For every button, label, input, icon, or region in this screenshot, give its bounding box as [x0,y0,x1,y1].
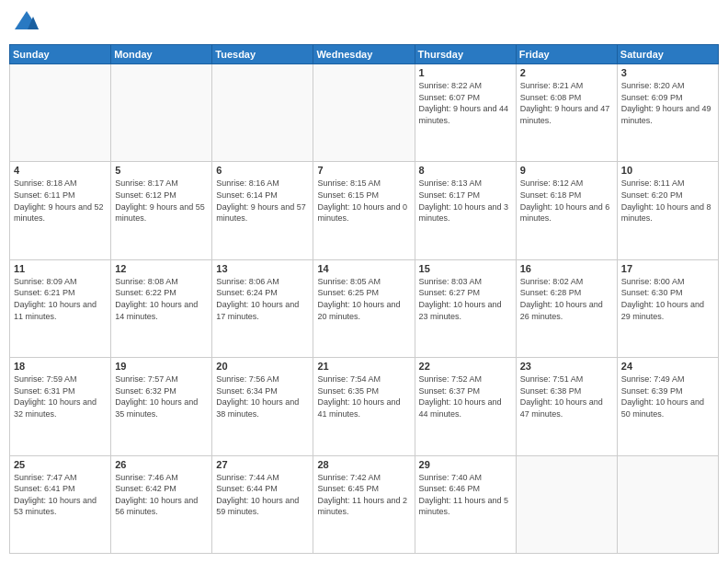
day-info: Sunrise: 8:08 AMSunset: 6:22 PMDaylight:… [115,276,208,322]
day-number: 3 [621,67,714,78]
calendar-cell: 21Sunrise: 7:54 AMSunset: 6:35 PMDayligh… [313,358,415,455]
day-info: Sunrise: 8:12 AMSunset: 6:18 PMDaylight:… [520,178,613,224]
calendar-week-3: 11Sunrise: 8:09 AMSunset: 6:21 PMDayligh… [10,259,719,357]
calendar-cell: 14Sunrise: 8:05 AMSunset: 6:25 PMDayligh… [313,259,415,357]
day-number: 17 [621,263,714,274]
calendar-header: SundayMondayTuesdayWednesdayThursdayFrid… [10,45,719,64]
calendar-cell: 19Sunrise: 7:57 AMSunset: 6:32 PMDayligh… [111,358,212,455]
day-info: Sunrise: 8:05 AMSunset: 6:25 PMDaylight:… [317,276,410,322]
calendar-cell: 8Sunrise: 8:13 AMSunset: 6:17 PMDaylight… [415,162,516,259]
calendar-cell: 18Sunrise: 7:59 AMSunset: 6:31 PMDayligh… [10,358,111,455]
weekday-tuesday: Tuesday [212,45,313,64]
calendar-cell: 23Sunrise: 7:51 AMSunset: 6:38 PMDayligh… [516,358,617,455]
calendar-cell: 10Sunrise: 8:11 AMSunset: 6:20 PMDayligh… [617,162,718,259]
day-number: 28 [317,459,410,470]
day-number: 6 [216,165,309,176]
logo [13,9,44,37]
page: SundayMondayTuesdayWednesdayThursdayFrid… [0,0,728,563]
day-number: 13 [216,263,309,274]
calendar-body: 1Sunrise: 8:22 AMSunset: 6:07 PMDaylight… [10,64,719,554]
calendar-cell: 25Sunrise: 7:47 AMSunset: 6:41 PMDayligh… [10,455,111,553]
calendar-cell [313,64,415,162]
day-info: Sunrise: 8:20 AMSunset: 6:09 PMDaylight:… [621,80,714,126]
calendar-cell: 2Sunrise: 8:21 AMSunset: 6:08 PMDaylight… [516,64,617,162]
day-number: 29 [419,459,512,470]
day-info: Sunrise: 7:52 AMSunset: 6:37 PMDaylight:… [419,373,512,419]
calendar-week-5: 25Sunrise: 7:47 AMSunset: 6:41 PMDayligh… [10,455,719,553]
day-number: 22 [419,361,512,372]
calendar-cell: 22Sunrise: 7:52 AMSunset: 6:37 PMDayligh… [415,358,516,455]
header [9,9,719,37]
calendar-cell: 29Sunrise: 7:40 AMSunset: 6:46 PMDayligh… [415,455,516,553]
day-number: 16 [520,263,613,274]
logo-icon [13,9,40,37]
day-number: 8 [419,165,512,176]
day-number: 2 [520,67,613,78]
day-number: 5 [115,165,208,176]
calendar-cell: 3Sunrise: 8:20 AMSunset: 6:09 PMDaylight… [617,64,718,162]
day-info: Sunrise: 8:17 AMSunset: 6:12 PMDaylight:… [115,178,208,224]
calendar-cell: 13Sunrise: 8:06 AMSunset: 6:24 PMDayligh… [212,259,313,357]
day-info: Sunrise: 8:16 AMSunset: 6:14 PMDaylight:… [216,178,309,224]
calendar-cell: 1Sunrise: 8:22 AMSunset: 6:07 PMDaylight… [415,64,516,162]
calendar-cell [617,455,718,553]
calendar-cell: 15Sunrise: 8:03 AMSunset: 6:27 PMDayligh… [415,259,516,357]
day-number: 12 [115,263,208,274]
calendar: SundayMondayTuesdayWednesdayThursdayFrid… [9,44,719,554]
calendar-cell: 20Sunrise: 7:56 AMSunset: 6:34 PMDayligh… [212,358,313,455]
calendar-cell: 7Sunrise: 8:15 AMSunset: 6:15 PMDaylight… [313,162,415,259]
day-info: Sunrise: 7:42 AMSunset: 6:45 PMDaylight:… [317,472,410,518]
day-info: Sunrise: 8:03 AMSunset: 6:27 PMDaylight:… [419,276,512,322]
day-number: 10 [621,165,714,176]
day-info: Sunrise: 7:40 AMSunset: 6:46 PMDaylight:… [419,472,512,518]
calendar-cell: 12Sunrise: 8:08 AMSunset: 6:22 PMDayligh… [111,259,212,357]
day-info: Sunrise: 7:51 AMSunset: 6:38 PMDaylight:… [520,373,613,419]
calendar-cell [10,64,111,162]
day-info: Sunrise: 8:06 AMSunset: 6:24 PMDaylight:… [216,276,309,322]
day-info: Sunrise: 8:09 AMSunset: 6:21 PMDaylight:… [14,276,107,322]
day-number: 18 [14,361,107,372]
calendar-cell [212,64,313,162]
day-info: Sunrise: 8:11 AMSunset: 6:20 PMDaylight:… [621,178,714,224]
calendar-cell: 9Sunrise: 8:12 AMSunset: 6:18 PMDaylight… [516,162,617,259]
day-info: Sunrise: 7:44 AMSunset: 6:44 PMDaylight:… [216,472,309,518]
calendar-cell: 11Sunrise: 8:09 AMSunset: 6:21 PMDayligh… [10,259,111,357]
day-info: Sunrise: 8:13 AMSunset: 6:17 PMDaylight:… [419,178,512,224]
day-info: Sunrise: 8:00 AMSunset: 6:30 PMDaylight:… [621,276,714,322]
calendar-week-2: 4Sunrise: 8:18 AMSunset: 6:11 PMDaylight… [10,162,719,259]
day-number: 24 [621,361,714,372]
weekday-sunday: Sunday [10,45,111,64]
day-number: 20 [216,361,309,372]
day-number: 26 [115,459,208,470]
calendar-cell: 24Sunrise: 7:49 AMSunset: 6:39 PMDayligh… [617,358,718,455]
day-info: Sunrise: 7:56 AMSunset: 6:34 PMDaylight:… [216,373,309,419]
day-number: 25 [14,459,107,470]
calendar-cell: 27Sunrise: 7:44 AMSunset: 6:44 PMDayligh… [212,455,313,553]
calendar-cell: 26Sunrise: 7:46 AMSunset: 6:42 PMDayligh… [111,455,212,553]
calendar-cell: 28Sunrise: 7:42 AMSunset: 6:45 PMDayligh… [313,455,415,553]
day-number: 9 [520,165,613,176]
day-info: Sunrise: 8:21 AMSunset: 6:08 PMDaylight:… [520,80,613,126]
day-number: 4 [14,165,107,176]
calendar-cell: 4Sunrise: 8:18 AMSunset: 6:11 PMDaylight… [10,162,111,259]
day-number: 7 [317,165,410,176]
calendar-cell [111,64,212,162]
weekday-monday: Monday [111,45,212,64]
day-number: 23 [520,361,613,372]
day-number: 14 [317,263,410,274]
day-info: Sunrise: 8:02 AMSunset: 6:28 PMDaylight:… [520,276,613,322]
weekday-thursday: Thursday [415,45,516,64]
day-info: Sunrise: 8:22 AMSunset: 6:07 PMDaylight:… [419,80,512,126]
calendar-cell: 16Sunrise: 8:02 AMSunset: 6:28 PMDayligh… [516,259,617,357]
day-info: Sunrise: 7:49 AMSunset: 6:39 PMDaylight:… [621,373,714,419]
day-number: 21 [317,361,410,372]
weekday-saturday: Saturday [617,45,718,64]
calendar-cell: 17Sunrise: 8:00 AMSunset: 6:30 PMDayligh… [617,259,718,357]
weekday-friday: Friday [516,45,617,64]
calendar-cell [516,455,617,553]
day-info: Sunrise: 7:46 AMSunset: 6:42 PMDaylight:… [115,472,208,518]
day-number: 1 [419,67,512,78]
day-info: Sunrise: 7:54 AMSunset: 6:35 PMDaylight:… [317,373,410,419]
day-info: Sunrise: 7:47 AMSunset: 6:41 PMDaylight:… [14,472,107,518]
day-info: Sunrise: 7:59 AMSunset: 6:31 PMDaylight:… [14,373,107,419]
